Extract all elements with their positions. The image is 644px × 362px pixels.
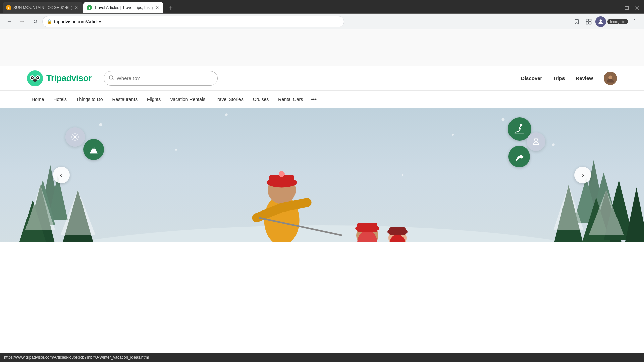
logo-owl: [27, 70, 43, 86]
tab-tripadvisor[interactable]: T Travel Articles | Travel Tips, Insig ✕: [83, 2, 163, 13]
svg-point-66: [552, 143, 555, 146]
svg-point-45: [279, 171, 285, 177]
nav-restaurants[interactable]: Restaurants: [107, 90, 142, 108]
search-bar[interactable]: [104, 71, 218, 86]
nav-hotels[interactable]: Hotels: [49, 90, 71, 108]
nav-home[interactable]: Home: [27, 90, 49, 108]
lock-icon: 🔒: [47, 19, 52, 24]
logo-text: Tripadvisor: [46, 73, 92, 83]
hero-prev-button[interactable]: ‹: [53, 167, 70, 183]
svg-point-68: [402, 174, 404, 176]
site-header: Tripadvisor Discover Trips Review: [0, 66, 644, 90]
tab-close-trip[interactable]: ✕: [155, 5, 160, 10]
svg-point-63: [225, 113, 228, 116]
svg-rect-6: [586, 22, 589, 24]
svg-point-61: [99, 123, 102, 126]
svg-point-14: [32, 77, 33, 78]
nav-cruises[interactable]: Cruises: [248, 90, 273, 108]
svg-rect-21: [0, 108, 644, 242]
nav-flights[interactable]: Flights: [142, 90, 165, 108]
svg-point-20: [608, 75, 612, 79]
forward-button[interactable]: →: [17, 16, 28, 27]
new-tab-button[interactable]: +: [165, 3, 176, 13]
nav-more[interactable]: •••: [308, 90, 320, 108]
svg-point-15: [37, 77, 38, 78]
float-icon-snowflake[interactable]: [65, 127, 85, 147]
hero-next-button[interactable]: ›: [574, 167, 591, 183]
svg-rect-4: [586, 19, 589, 21]
svg-point-62: [175, 149, 177, 151]
status-bar: https://www.tripadvisor.com/Articles-lo8…: [0, 353, 644, 362]
hero-section: a guide for winter: [0, 108, 644, 242]
menu-button[interactable]: ⋮: [629, 16, 640, 27]
browser-toolbar: ← → ↻ 🔒 tripadvisor.com/Articles Incogni…: [0, 13, 644, 29]
svg-line-19: [112, 79, 113, 80]
ad-space: [0, 29, 644, 66]
status-url: https://www.tripadvisor.com/Articles-lo8…: [4, 355, 149, 360]
refresh-button[interactable]: ↻: [30, 16, 40, 27]
tab-bar: S SUN MOUNTAIN LODGE $146 ( ✕ T Travel A…: [0, 0, 644, 13]
header-nav-review[interactable]: Review: [576, 75, 593, 81]
address-text: tripadvisor.com/Articles: [54, 19, 339, 24]
toolbar-extensions: Incognito ⋮: [571, 16, 640, 27]
search-input[interactable]: [117, 75, 213, 81]
prev-icon: ‹: [60, 170, 62, 180]
header-nav-trips[interactable]: Trips: [553, 75, 565, 81]
header-nav-discover[interactable]: Discover: [521, 75, 542, 81]
page-content: Tripadvisor Discover Trips Review Home: [0, 29, 644, 242]
header-nav: Discover Trips Review: [521, 72, 617, 85]
tab-sun-mountain[interactable]: S SUN MOUNTAIN LODGE $146 ( ✕: [3, 2, 83, 13]
tab-close-sun[interactable]: ✕: [74, 5, 79, 10]
svg-point-65: [502, 118, 505, 121]
window-controls: [612, 4, 641, 13]
svg-rect-56: [357, 223, 377, 232]
window-minimize[interactable]: [612, 4, 620, 12]
logo-area[interactable]: Tripadvisor: [27, 70, 92, 86]
svg-rect-5: [589, 19, 591, 21]
svg-point-64: [452, 134, 454, 136]
nav-things-to-do[interactable]: Things to Do: [71, 90, 107, 108]
nav-travel-stories[interactable]: Travel Stories: [210, 90, 248, 108]
main-nav: Home Hotels Things to Do Restaurants Fli…: [0, 90, 644, 108]
float-icon-mountain[interactable]: [83, 139, 104, 160]
svg-rect-7: [589, 22, 591, 24]
svg-point-74: [520, 124, 523, 126]
incognito-badge: Incognito: [607, 19, 628, 24]
window-restore[interactable]: [623, 4, 631, 12]
window-close[interactable]: [633, 4, 641, 12]
back-button[interactable]: ←: [4, 16, 15, 27]
svg-point-70: [74, 136, 76, 138]
svg-point-8: [600, 19, 602, 22]
search-icon: [109, 75, 114, 82]
float-icon-nature[interactable]: [508, 146, 530, 167]
nav-rental-cars[interactable]: Rental Cars: [273, 90, 308, 108]
tab-favicon-sun: S: [6, 5, 11, 10]
svg-point-18: [109, 76, 113, 79]
hero-background: a guide for winter: [0, 108, 644, 242]
nav-vacation-rentals[interactable]: Vacation Rentals: [165, 90, 210, 108]
tab-label-sun: SUN MOUNTAIN LODGE $146 (: [13, 5, 72, 10]
float-icon-food[interactable]: [527, 132, 545, 151]
next-icon: ›: [582, 170, 584, 180]
svg-rect-0: [614, 8, 618, 8]
svg-line-47: [282, 203, 307, 208]
bookmark-icon[interactable]: [571, 16, 582, 27]
svg-point-9: [27, 70, 43, 86]
browser-chrome: S SUN MOUNTAIN LODGE $146 ( ✕ T Travel A…: [0, 0, 644, 29]
profile-button[interactable]: [595, 16, 606, 27]
user-avatar[interactable]: [604, 72, 617, 85]
tab-label-trip: Travel Articles | Travel Tips, Insig: [94, 5, 153, 10]
extensions-icon[interactable]: [583, 16, 594, 27]
address-bar[interactable]: 🔒 tripadvisor.com/Articles: [42, 16, 344, 27]
tab-favicon-trip: T: [87, 5, 92, 10]
svg-marker-72: [92, 146, 95, 149]
svg-rect-60: [389, 227, 406, 235]
svg-rect-1: [625, 6, 628, 10]
